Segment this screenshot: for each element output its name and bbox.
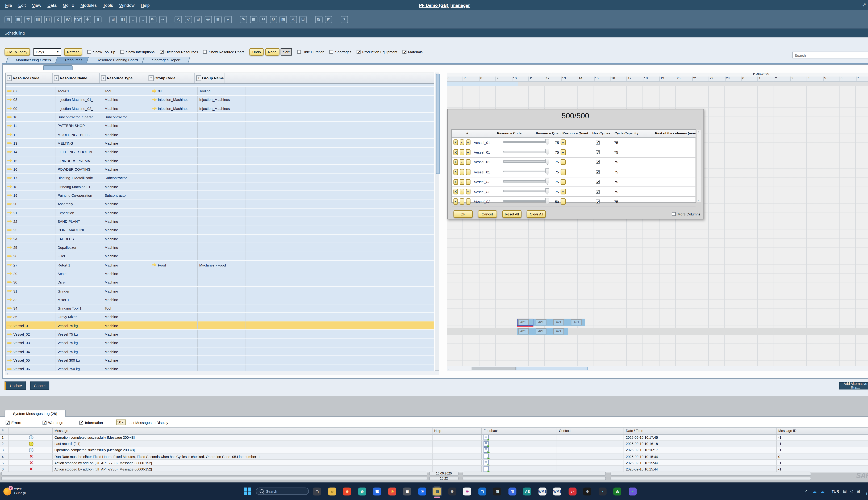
checkbox-icon[interactable]: [79, 420, 83, 424]
taskbar-search[interactable]: Search: [256, 487, 309, 495]
dialog-button[interactable]: Clear All: [527, 210, 546, 218]
toolbar-icon[interactable]: ▣: [14, 16, 22, 23]
increment-button[interactable]: +: [561, 169, 566, 175]
taskbar-app-icon[interactable]: ▣: [403, 487, 411, 495]
log-header-feedback[interactable]: Feedback: [482, 428, 557, 434]
toolbar-icon[interactable]: ◎: [204, 16, 212, 23]
increment-button[interactable]: +: [561, 139, 566, 145]
has-cycles-checkbox[interactable]: [595, 140, 599, 145]
add-alternative-resource-button[interactable]: Add Alternative Res...: [839, 382, 868, 389]
quantity-slider[interactable]: [503, 148, 551, 157]
table-row[interactable]: 21 Expedition Machine: [6, 208, 434, 217]
link-arrow-icon[interactable]: [7, 341, 12, 345]
link-arrow-icon[interactable]: [7, 89, 12, 93]
feedback-icon[interactable]: [483, 447, 489, 453]
feedback-icon[interactable]: [483, 434, 489, 440]
quantity-slider[interactable]: [503, 158, 551, 167]
link-arrow-icon[interactable]: [151, 106, 157, 111]
table-row[interactable]: 19 Painting Co-operation Subcontractor: [6, 191, 434, 200]
tray-icon[interactable]: ◁: [850, 489, 853, 493]
dialog-button[interactable]: Reset All: [502, 210, 522, 218]
toolbar-icon[interactable]: ⚙: [270, 16, 277, 23]
start-button[interactable]: [244, 488, 251, 495]
dialog-row[interactable]: X - + Vessel_01 75 + 75: [452, 158, 695, 167]
table-row[interactable]: 25 Depalletizer Machine: [6, 243, 434, 252]
taskbar-app-icon[interactable]: ◎: [388, 487, 396, 495]
increment-button[interactable]: +: [561, 198, 566, 205]
operation-label[interactable]: 421: [536, 319, 546, 325]
scheduling-tab[interactable]: Resource Planning Board: [88, 57, 147, 64]
scrollbar-thumb[interactable]: [436, 73, 440, 174]
tray-icon[interactable]: ▤: [843, 489, 847, 493]
more-columns-checkbox[interactable]: [672, 212, 676, 216]
log-row[interactable]: 2 Last record. [2-1] 2025-09-10 10:16:18…: [0, 441, 868, 447]
checkbox-icon[interactable]: [6, 420, 10, 424]
has-cycles-checkbox[interactable]: [595, 200, 599, 204]
remove-button[interactable]: X: [453, 179, 458, 185]
slider-thumb[interactable]: [545, 159, 549, 165]
taskbar-app-icon[interactable]: ◉: [343, 487, 351, 495]
slider-track[interactable]: [503, 151, 549, 152]
link-arrow-icon[interactable]: [151, 263, 157, 267]
taskbar-clock[interactable]: 10:22 10/09/2025: [866, 487, 868, 496]
toolbar-icon[interactable]: ✉: [260, 16, 267, 23]
taskbar-app-icon[interactable]: WMS: [538, 487, 547, 495]
log-header-message[interactable]: Message: [53, 428, 433, 434]
link-arrow-icon[interactable]: [7, 202, 12, 206]
link-arrow-icon[interactable]: [7, 237, 12, 241]
taskbar-app-icon[interactable]: ▢: [313, 487, 321, 495]
plus-button[interactable]: +: [466, 198, 470, 205]
table-row[interactable]: 15 GRINDERS PNEMAT Machine: [6, 157, 434, 165]
taskbar-app-icon[interactable]: ⇄: [569, 487, 576, 495]
feedback-icon[interactable]: [483, 441, 489, 446]
toolbar-icon[interactable]: ?: [340, 16, 348, 23]
log-filter[interactable]: Warnings: [43, 420, 74, 424]
taskbar-app-icon[interactable]: ◍: [358, 487, 366, 495]
slider-thumb[interactable]: [545, 139, 549, 146]
link-arrow-icon[interactable]: [7, 106, 12, 111]
slider-track[interactable]: [503, 141, 549, 143]
menu-item[interactable]: Edit: [18, 3, 26, 8]
has-cycles-checkbox[interactable]: [595, 170, 599, 174]
toolbar-icon[interactable]: ←: [129, 16, 136, 23]
minus-button[interactable]: -: [459, 149, 464, 155]
plus-button[interactable]: +: [466, 149, 470, 155]
scheduling-tab[interactable]: Resources: [56, 57, 91, 64]
table-row[interactable]: 10 Subcontractor_Operat Subcontractor: [6, 113, 434, 122]
link-arrow-icon[interactable]: [7, 124, 12, 128]
taskbar-app-icon[interactable]: ◫: [508, 487, 516, 495]
link-arrow-icon[interactable]: [7, 228, 12, 232]
redo-button[interactable]: Redo: [265, 48, 279, 55]
table-row[interactable]: 18 Grinding Machine 01 Machine: [6, 182, 434, 191]
slider-track[interactable]: [503, 180, 549, 182]
toolbar-icon[interactable]: ◬: [289, 16, 297, 23]
checkbox-item[interactable]: Show Tool Tip: [87, 50, 115, 54]
cloud-icon[interactable]: ☁: [812, 488, 817, 494]
plus-button[interactable]: +: [466, 169, 470, 175]
remove-button[interactable]: X: [453, 198, 458, 205]
table-row[interactable]: 16 POWDER COATING I Machine: [6, 165, 434, 174]
taskbar-app-icon[interactable]: ⚙: [583, 487, 592, 495]
toolbar-icon[interactable]: △: [175, 16, 182, 23]
link-arrow-icon[interactable]: [7, 211, 12, 215]
quantity-slider[interactable]: [503, 187, 551, 196]
taskbar-app-icon[interactable]: ✳: [463, 487, 471, 495]
operation-label[interactable]: 421: [536, 328, 546, 334]
table-row[interactable]: Vessel_01 Vessel 75 kg Machine: [6, 321, 434, 330]
table-row[interactable]: Vessel_04 Vessel 75 kg Machine: [6, 348, 434, 356]
filter-icon[interactable]: [196, 75, 201, 81]
slider-thumb[interactable]: [545, 149, 549, 155]
plus-button[interactable]: +: [466, 159, 470, 165]
remove-button[interactable]: X: [453, 149, 458, 155]
link-arrow-icon[interactable]: [151, 89, 157, 93]
quantity-slider[interactable]: [503, 197, 551, 206]
toolbar-icon[interactable]: ⇤: [149, 16, 157, 23]
table-row[interactable]: 20 Assembly Machine: [6, 200, 434, 208]
log-row[interactable]: 5 Action stopped by add-on (UI_API -7780…: [0, 460, 868, 466]
scheduling-tab[interactable]: Shortages Report: [143, 57, 190, 64]
minus-button[interactable]: -: [459, 179, 464, 185]
slider-track[interactable]: [503, 161, 549, 162]
log-row[interactable]: 3 Operation completed successfully [Mess…: [0, 447, 868, 454]
gantt-bar-vessel02[interactable]: 421421421: [517, 328, 568, 335]
scrollbar-thumb[interactable]: [471, 367, 516, 370]
